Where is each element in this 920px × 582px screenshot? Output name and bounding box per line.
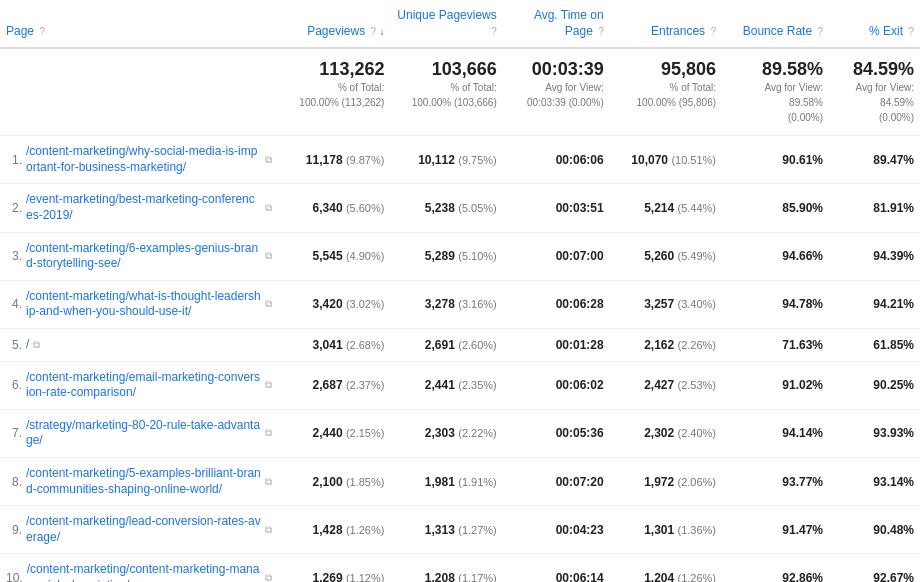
avg-time-value: 00:07:00 [556, 249, 604, 263]
avg-time-cell: 00:07:20 [503, 457, 610, 505]
bounce-rate-value: 91.02% [782, 378, 823, 392]
pageviews-value: 5,545 [313, 249, 343, 263]
pct-exit-col-label[interactable]: % Exit [869, 24, 903, 38]
col-header-avg-time: Avg. Time onPage ? [503, 0, 610, 48]
page-cell: 6. /content-marketing/email-marketing-co… [0, 361, 278, 409]
entrances-col-label[interactable]: Entrances [651, 24, 705, 38]
unique-pageviews-value: 1,208 [425, 571, 455, 582]
row-number: 9. [6, 523, 22, 537]
page-help-icon[interactable]: ? [39, 26, 45, 37]
bounce-rate-help-icon[interactable]: ? [817, 26, 823, 37]
table-row: 1. /content-marketing/why-social-media-i… [0, 136, 920, 184]
unique-pageviews-cell: 1,208 (1.17%) [390, 554, 502, 582]
bounce-rate-value: 92.86% [782, 571, 823, 582]
row-number: 5. [6, 338, 22, 352]
entrances-value: 1,301 [644, 523, 674, 537]
table-row: 8. /content-marketing/5-examples-brillia… [0, 457, 920, 505]
unique-pageviews-help-icon[interactable]: ? [491, 26, 497, 37]
entrances-value: 2,162 [644, 338, 674, 352]
unique-pageviews-pct: (9.75%) [458, 154, 497, 166]
pageviews-help-icon[interactable]: ? [371, 26, 377, 37]
unique-pageviews-pct: (2.22%) [458, 427, 497, 439]
copy-icon[interactable]: ⧉ [33, 339, 40, 351]
page-link[interactable]: /content-marketing/lead-conversion-rates… [26, 514, 261, 545]
pageviews-cell: 2,687 (2.37%) [278, 361, 390, 409]
totals-avgtime-sub: Avg for View:00:03:39 (0.00%) [527, 82, 604, 108]
unique-pageviews-pct: (1.27%) [458, 524, 497, 536]
entrances-pct: (2.53%) [678, 379, 717, 391]
entrances-value: 2,427 [644, 378, 674, 392]
avg-time-value: 00:06:06 [556, 153, 604, 167]
page-link[interactable]: /event-marketing/best-marketing-conferen… [26, 192, 261, 223]
page-link[interactable]: /content-marketing/content-marketing-man… [27, 562, 261, 582]
page-link[interactable]: / [26, 337, 29, 353]
unique-pageviews-value: 2,691 [425, 338, 455, 352]
entrances-value: 3,257 [644, 297, 674, 311]
row-number: 7. [6, 426, 22, 440]
entrances-value: 10,070 [631, 153, 668, 167]
col-header-bounce-rate: Bounce Rate ? [722, 0, 829, 48]
unique-pageviews-cell: 3,278 (3.16%) [390, 280, 502, 328]
page-link[interactable]: /content-marketing/6-examples-genius-bra… [26, 241, 261, 272]
bounce-rate-col-label[interactable]: Bounce Rate [743, 24, 812, 38]
pageviews-value: 2,687 [313, 378, 343, 392]
entrances-pct: (2.40%) [678, 427, 717, 439]
copy-icon[interactable]: ⧉ [265, 298, 272, 310]
pct-exit-value: 61.85% [873, 338, 914, 352]
unique-pageviews-col-label[interactable]: Unique Pageviews [397, 8, 496, 22]
copy-icon[interactable]: ⧉ [265, 476, 272, 488]
avg-time-value: 00:04:23 [556, 523, 604, 537]
pageviews-value: 6,340 [313, 201, 343, 215]
entrances-pct: (1.36%) [678, 524, 717, 536]
row-number: 4. [6, 297, 22, 311]
avg-time-cell: 00:04:23 [503, 506, 610, 554]
pct-exit-value: 81.91% [873, 201, 914, 215]
entrances-cell: 2,302 (2.40%) [610, 409, 722, 457]
bounce-rate-cell: 94.14% [722, 409, 829, 457]
bounce-rate-cell: 91.02% [722, 361, 829, 409]
page-cell: 4. /content-marketing/what-is-thought-le… [0, 280, 278, 328]
totals-pageviews-value: 113,262 [284, 59, 384, 80]
bounce-rate-cell: 71.63% [722, 328, 829, 361]
copy-icon[interactable]: ⧉ [265, 379, 272, 391]
pct-exit-help-icon[interactable]: ? [908, 26, 914, 37]
unique-pageviews-cell: 2,303 (2.22%) [390, 409, 502, 457]
entrances-value: 5,260 [644, 249, 674, 263]
bounce-rate-cell: 90.61% [722, 136, 829, 184]
pageviews-col-label[interactable]: Pageviews [307, 24, 365, 38]
page-link[interactable]: /content-marketing/email-marketing-conve… [26, 370, 261, 401]
avg-time-help-icon[interactable]: ? [598, 26, 604, 37]
col-header-unique-pageviews: Unique Pageviews ? [390, 0, 502, 48]
bounce-rate-cell: 92.86% [722, 554, 829, 582]
entrances-help-icon[interactable]: ? [710, 26, 716, 37]
header-row: Page ? Pageviews ? ↓ Unique Pageviews ? … [0, 0, 920, 48]
page-cell: 5. / ⧉ [0, 328, 278, 361]
table-row: 10. /content-marketing/content-marketing… [0, 554, 920, 582]
unique-pageviews-cell: 5,289 (5.10%) [390, 232, 502, 280]
totals-row: 113,262 % of Total:100.00% (113,262) 103… [0, 48, 920, 136]
entrances-pct: (1.26%) [678, 572, 717, 582]
page-link[interactable]: /content-marketing/why-social-media-is-i… [26, 144, 261, 175]
copy-icon[interactable]: ⧉ [265, 250, 272, 262]
page-link[interactable]: /content-marketing/what-is-thought-leade… [26, 289, 261, 320]
copy-icon[interactable]: ⧉ [265, 427, 272, 439]
totals-pageviews: 113,262 % of Total:100.00% (113,262) [278, 48, 390, 136]
copy-icon[interactable]: ⧉ [265, 202, 272, 214]
copy-icon[interactable]: ⧉ [265, 154, 272, 166]
row-number: 6. [6, 378, 22, 392]
copy-icon[interactable]: ⧉ [265, 524, 272, 536]
unique-pageviews-cell: 1,313 (1.27%) [390, 506, 502, 554]
page-col-label[interactable]: Page [6, 24, 34, 38]
page-link[interactable]: /content-marketing/5-examples-brilliant-… [26, 466, 261, 497]
pageviews-cell: 3,041 (2.68%) [278, 328, 390, 361]
bounce-rate-value: 93.77% [782, 475, 823, 489]
unique-pageviews-pct: (2.35%) [458, 379, 497, 391]
pageviews-value: 11,178 [306, 153, 343, 167]
copy-icon[interactable]: ⧉ [265, 572, 272, 582]
table-row: 4. /content-marketing/what-is-thought-le… [0, 280, 920, 328]
avg-time-col-label[interactable]: Avg. Time onPage [534, 8, 604, 38]
page-link[interactable]: /strategy/marketing-80-20-rule-take-adva… [26, 418, 261, 449]
pageviews-cell: 11,178 (9.87%) [278, 136, 390, 184]
totals-exit-sub: Avg for View:84.59%(0.00%) [855, 82, 914, 123]
entrances-value: 1,204 [644, 571, 674, 582]
